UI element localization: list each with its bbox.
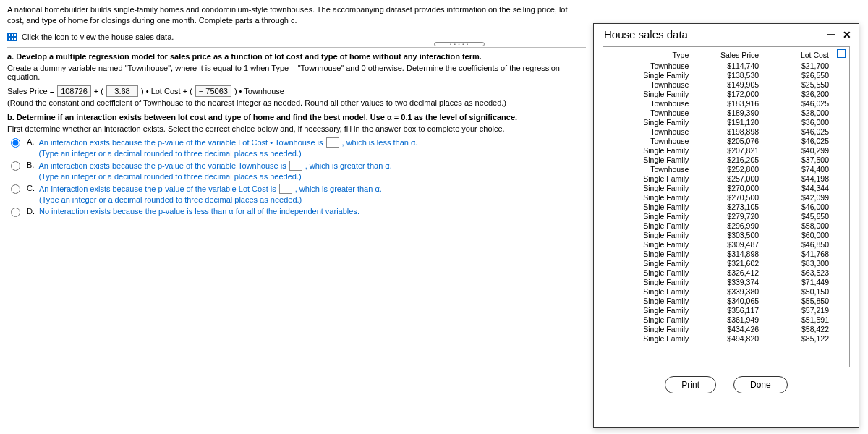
table-cell-spacer [832,155,845,164]
table-cell-price: $309,487 [692,239,762,249]
eq-coef2-input[interactable]: − 75063 [195,85,231,97]
choice-a[interactable]: A. An interaction exists because the p-v… [7,137,586,158]
table-cell-price: $172,000 [692,89,762,98]
table-cell-type: Single Family [608,183,692,192]
table-cell-lot: $50,150 [762,286,832,296]
choice-c-text1: An interaction exists because the p-valu… [39,184,276,193]
table-cell-spacer [832,324,845,333]
table-cell-spacer [832,127,845,136]
radio-b[interactable] [11,161,20,171]
choice-c-input[interactable] [279,184,292,194]
close-icon[interactable]: ✕ [843,29,851,41]
table-cell-price: $273,105 [692,202,762,211]
eq-coef1-input[interactable]: 3.68 [106,85,138,97]
choice-a-text2: , which is less than α. [342,138,418,147]
table-cell-spacer [832,98,845,108]
table-cell-lot: $45,650 [762,211,832,221]
table-cell-price: $270,000 [692,183,762,192]
eq-text: ) • Lot Cost + ( [141,87,192,95]
choice-c[interactable]: C. An interaction exists because the p-v… [7,184,586,204]
minimize-icon[interactable] [827,34,835,35]
problem-intro: A national homebuilder builds single-fam… [7,4,586,27]
table-cell-price: $216,205 [692,155,762,164]
table-cell-type: Single Family [608,174,692,183]
copy-cell[interactable] [832,50,845,61]
table-cell-lot: $46,000 [762,202,832,211]
table-cell-price: $296,990 [692,221,762,230]
table-cell-lot: $28,000 [762,108,832,117]
table-cell-price: $270,500 [692,192,762,202]
table-cell-price: $361,949 [692,315,762,324]
radio-a[interactable] [11,138,20,148]
print-button[interactable]: Print [665,376,716,393]
data-table: Type Sales Price Lot Cost Townhouse$114,… [608,50,845,343]
table-cell-price: $339,380 [692,286,762,296]
table-cell-spacer [832,108,845,117]
table-cell-lot: $46,850 [762,239,832,249]
part-b-sub: First determine whether an interaction e… [7,124,586,133]
col-lot: Lot Cost [762,50,832,61]
table-cell-price: $252,800 [692,164,762,174]
divider [7,47,586,48]
table-cell-lot: $40,299 [762,145,832,155]
radio-d[interactable] [11,208,20,217]
eq-constant-input[interactable]: 108726 [57,85,91,97]
choice-c-text2: , which is greater than α. [295,184,382,193]
table-cell-spacer [832,249,845,258]
table-cell-price: $191,120 [692,117,762,127]
part-a-heading: a. Develop a multiple regression model f… [7,52,482,61]
table-cell-spacer [832,333,845,343]
table-cell-type: Single Family [608,211,692,221]
table-cell-type: Single Family [608,296,692,305]
table-cell-price: $339,374 [692,277,762,286]
table-cell-spacer [832,192,845,202]
radio-c[interactable] [11,184,20,194]
part-b-heading: b. Determine if an interaction exists be… [7,113,517,122]
view-data-link[interactable]: Click the icon to view the house sales d… [22,33,174,41]
choice-d[interactable]: D. No interaction exists because the p-v… [7,207,586,217]
table-cell-price: $114,740 [692,61,762,70]
table-icon[interactable] [7,33,17,41]
table-cell-lot: $55,850 [762,296,832,305]
table-cell-type: Single Family [608,89,692,98]
table-cell-lot: $25,550 [762,80,832,89]
col-price: Sales Price [692,50,762,61]
choice-b-label: B. [27,161,34,169]
table-cell-type: Townhouse [608,98,692,108]
table-cell-spacer [832,202,845,211]
table-cell-price: $326,412 [692,268,762,277]
table-cell-lot: $41,768 [762,249,832,258]
drag-handle-icon[interactable]: • • • • • [434,42,485,46]
done-button[interactable]: Done [733,376,788,393]
copy-icon[interactable] [835,51,843,59]
table-cell-type: Single Family [608,305,692,315]
table-cell-lot: $26,550 [762,70,832,80]
table-cell-spacer [832,230,845,239]
choice-a-hint: (Type an integer or a decimal rounded to… [38,149,417,158]
table-cell-spacer [832,174,845,183]
choice-b-text1: An interaction exists because the p-valu… [38,161,286,170]
table-cell-lot: $46,025 [762,127,832,136]
table-cell-price: $340,065 [692,296,762,305]
table-cell-price: $303,500 [692,230,762,239]
table-cell-spacer [832,117,845,127]
table-cell-type: Single Family [608,333,692,343]
choice-b[interactable]: B. An interaction exists because the p-v… [7,161,586,181]
table-cell-type: Townhouse [608,108,692,117]
table-cell-spacer [832,286,845,296]
table-cell-type: Single Family [608,155,692,164]
choice-d-label: D. [27,207,35,216]
table-cell-lot: $60,000 [762,230,832,239]
table-cell-type: Single Family [608,145,692,155]
choice-b-input[interactable] [289,161,302,171]
table-cell-lot: $44,198 [762,174,832,183]
table-cell-lot: $21,700 [762,61,832,70]
table-cell-type: Single Family [608,70,692,80]
table-cell-spacer [832,221,845,230]
table-cell-spacer [832,239,845,249]
choice-a-input[interactable] [326,137,339,148]
table-cell-type: Townhouse [608,164,692,174]
table-cell-lot: $51,591 [762,315,832,324]
table-cell-price: $257,000 [692,174,762,183]
table-cell-type: Single Family [608,315,692,324]
